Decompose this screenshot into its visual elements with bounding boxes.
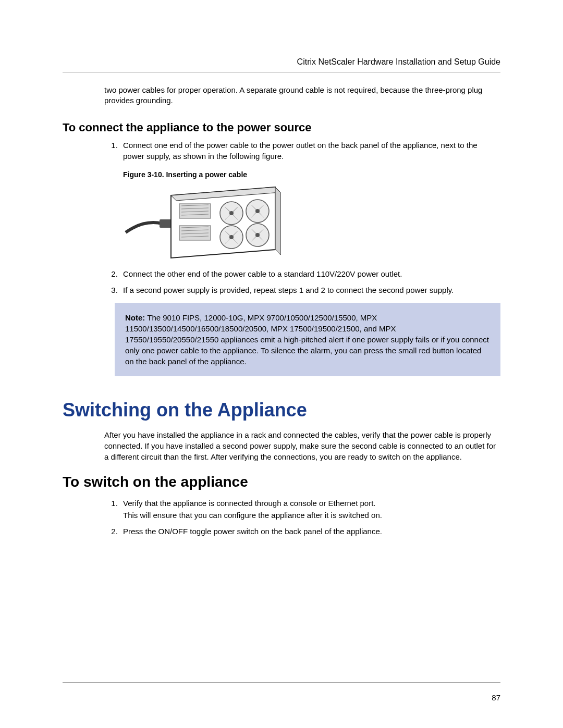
footer-rule	[63, 682, 500, 683]
figure-power-cable	[123, 183, 500, 261]
svg-point-26	[229, 211, 234, 215]
connect-step-1: Connect one end of the power cable to th…	[120, 140, 500, 262]
appliance-illustration-icon	[123, 183, 285, 261]
connect-step-2: Connect the other end of the power cable…	[120, 268, 500, 279]
connect-step-1-text: Connect one end of the power cable to th…	[123, 141, 478, 161]
connect-step-3: If a second power supply is provided, re…	[120, 285, 500, 295]
svg-point-27	[255, 209, 260, 213]
note-box: Note: The 9010 FIPS, 12000-10G, MPX 9700…	[115, 303, 500, 376]
intro-continuation-text: two power cables for proper operation. A…	[104, 85, 500, 106]
switch-on-steps-list: Verify that the appliance is connected t…	[104, 498, 500, 537]
svg-point-29	[255, 233, 260, 237]
switch-on-step-1-line2: This will ensure that you can configure …	[123, 510, 500, 521]
switch-on-step-1: Verify that the appliance is connected t…	[120, 498, 500, 521]
svg-point-28	[229, 235, 234, 239]
note-body: The 9010 FIPS, 12000-10G, MPX 9700/10500…	[125, 313, 489, 366]
connect-power-heading: To connect the appliance to the power so…	[63, 121, 500, 134]
svg-rect-0	[160, 219, 172, 228]
header-rule	[63, 72, 500, 72]
switching-intro-text: After you have installed the appliance i…	[104, 429, 500, 462]
connect-steps-list: Connect one end of the power cable to th…	[104, 140, 500, 296]
switch-on-step-2: Press the ON/OFF toggle power switch on …	[120, 526, 500, 537]
note-label: Note:	[125, 313, 145, 322]
figure-caption: Figure 3-10. Inserting a power cable	[123, 170, 500, 180]
svg-marker-3	[275, 187, 280, 255]
page-number: 87	[492, 693, 500, 702]
switch-on-step-1-line1: Verify that the appliance is connected t…	[123, 499, 375, 508]
switch-on-heading: To switch on the appliance	[63, 474, 500, 490]
chapter-title-switching: Switching on the Appliance	[63, 399, 500, 421]
page-content: Citrix NetScaler Hardware Installation a…	[0, 0, 563, 537]
running-header: Citrix NetScaler Hardware Installation a…	[63, 57, 500, 72]
